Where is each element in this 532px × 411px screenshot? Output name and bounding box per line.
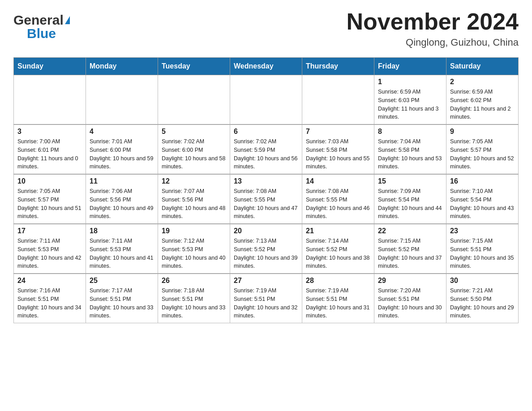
- day-number: 26: [162, 277, 226, 285]
- day-number: 10: [17, 177, 82, 185]
- day-number: 9: [450, 128, 515, 136]
- calendar-day-cell: 20Sunrise: 7:13 AM Sunset: 5:52 PM Dayli…: [230, 224, 302, 274]
- calendar-week-row: 3Sunrise: 7:00 AM Sunset: 6:01 PM Daylig…: [14, 124, 519, 174]
- calendar-day-header: Monday: [86, 58, 158, 75]
- calendar-day-header: Friday: [374, 58, 446, 75]
- calendar-day-cell: 3Sunrise: 7:00 AM Sunset: 6:01 PM Daylig…: [14, 124, 86, 174]
- calendar-day-cell: 29Sunrise: 7:20 AM Sunset: 5:51 PM Dayli…: [374, 274, 446, 323]
- day-number: 25: [90, 277, 154, 285]
- day-info: Sunrise: 7:19 AM Sunset: 5:51 PM Dayligh…: [234, 287, 298, 320]
- day-number: 7: [306, 128, 370, 136]
- day-info: Sunrise: 7:06 AM Sunset: 5:56 PM Dayligh…: [90, 187, 154, 221]
- day-number: 21: [306, 227, 370, 235]
- calendar-header-row: SundayMondayTuesdayWednesdayThursdayFrid…: [14, 58, 519, 75]
- calendar-week-row: 10Sunrise: 7:05 AM Sunset: 5:57 PM Dayli…: [14, 174, 519, 224]
- day-number: 29: [378, 277, 442, 285]
- calendar-day-cell: 26Sunrise: 7:18 AM Sunset: 5:51 PM Dayli…: [158, 274, 230, 323]
- calendar-day-cell: 21Sunrise: 7:14 AM Sunset: 5:52 PM Dayli…: [302, 224, 374, 274]
- day-info: Sunrise: 7:16 AM Sunset: 5:51 PM Dayligh…: [17, 287, 82, 320]
- day-number: 24: [17, 277, 82, 285]
- day-number: 1: [378, 78, 442, 86]
- day-info: Sunrise: 7:02 AM Sunset: 6:00 PM Dayligh…: [162, 137, 226, 171]
- calendar-day-cell: 23Sunrise: 7:15 AM Sunset: 5:51 PM Dayli…: [446, 224, 519, 274]
- day-info: Sunrise: 7:08 AM Sunset: 5:55 PM Dayligh…: [234, 187, 298, 221]
- logo-general-text: General: [13, 13, 64, 27]
- day-info: Sunrise: 7:15 AM Sunset: 5:52 PM Dayligh…: [378, 237, 442, 270]
- logo-blue-text: Blue: [27, 27, 56, 40]
- day-info: Sunrise: 7:12 AM Sunset: 5:53 PM Dayligh…: [162, 237, 226, 270]
- day-info: Sunrise: 7:14 AM Sunset: 5:52 PM Dayligh…: [306, 237, 370, 270]
- calendar-day-cell: 24Sunrise: 7:16 AM Sunset: 5:51 PM Dayli…: [14, 274, 86, 323]
- day-number: 14: [306, 177, 370, 185]
- day-number: 16: [450, 177, 515, 185]
- calendar-day-cell: 25Sunrise: 7:17 AM Sunset: 5:51 PM Dayli…: [86, 274, 158, 323]
- day-info: Sunrise: 6:59 AM Sunset: 6:03 PM Dayligh…: [378, 88, 442, 121]
- day-info: Sunrise: 7:18 AM Sunset: 5:51 PM Dayligh…: [162, 287, 226, 320]
- day-number: 18: [90, 227, 154, 235]
- calendar-day-header: Tuesday: [158, 58, 230, 75]
- day-number: 3: [17, 128, 82, 136]
- calendar-week-row: 1Sunrise: 6:59 AM Sunset: 6:03 PM Daylig…: [14, 75, 519, 125]
- day-info: Sunrise: 7:02 AM Sunset: 5:59 PM Dayligh…: [234, 137, 298, 171]
- calendar-day-cell: 13Sunrise: 7:08 AM Sunset: 5:55 PM Dayli…: [230, 174, 302, 224]
- calendar-day-cell: 11Sunrise: 7:06 AM Sunset: 5:56 PM Dayli…: [86, 174, 158, 224]
- calendar-day-cell: 27Sunrise: 7:19 AM Sunset: 5:51 PM Dayli…: [230, 274, 302, 323]
- calendar-day-cell: 6Sunrise: 7:02 AM Sunset: 5:59 PM Daylig…: [230, 124, 302, 174]
- calendar-day-header: Thursday: [302, 58, 374, 75]
- day-info: Sunrise: 7:05 AM Sunset: 5:57 PM Dayligh…: [17, 187, 82, 221]
- calendar-day-cell: 30Sunrise: 7:21 AM Sunset: 5:50 PM Dayli…: [446, 274, 519, 323]
- day-info: Sunrise: 7:17 AM Sunset: 5:51 PM Dayligh…: [90, 287, 154, 320]
- calendar-day-cell: 15Sunrise: 7:09 AM Sunset: 5:54 PM Dayli…: [374, 174, 446, 224]
- logo: General Blue: [13, 9, 70, 40]
- calendar-day-cell: [86, 75, 158, 125]
- day-number: 5: [162, 128, 226, 136]
- day-info: Sunrise: 7:03 AM Sunset: 5:58 PM Dayligh…: [306, 137, 370, 171]
- day-info: Sunrise: 7:00 AM Sunset: 6:01 PM Dayligh…: [17, 137, 82, 171]
- calendar-day-cell: 7Sunrise: 7:03 AM Sunset: 5:58 PM Daylig…: [302, 124, 374, 174]
- day-info: Sunrise: 7:07 AM Sunset: 5:56 PM Dayligh…: [162, 187, 226, 221]
- day-number: 27: [234, 277, 298, 285]
- calendar-day-cell: [230, 75, 302, 125]
- logo-triangle-icon: [65, 16, 70, 24]
- calendar-week-row: 24Sunrise: 7:16 AM Sunset: 5:51 PM Dayli…: [14, 274, 519, 323]
- day-info: Sunrise: 7:05 AM Sunset: 5:57 PM Dayligh…: [450, 137, 515, 171]
- calendar-day-cell: 1Sunrise: 6:59 AM Sunset: 6:03 PM Daylig…: [374, 75, 446, 125]
- day-info: Sunrise: 7:11 AM Sunset: 5:53 PM Dayligh…: [17, 237, 82, 270]
- day-number: 2: [450, 78, 515, 86]
- calendar-day-cell: 12Sunrise: 7:07 AM Sunset: 5:56 PM Dayli…: [158, 174, 230, 224]
- day-number: 12: [162, 177, 226, 185]
- calendar-day-cell: 4Sunrise: 7:01 AM Sunset: 6:00 PM Daylig…: [86, 124, 158, 174]
- calendar-day-cell: [14, 75, 86, 125]
- calendar-day-cell: 9Sunrise: 7:05 AM Sunset: 5:57 PM Daylig…: [446, 124, 519, 174]
- day-info: Sunrise: 7:09 AM Sunset: 5:54 PM Dayligh…: [378, 187, 442, 221]
- calendar-day-cell: 22Sunrise: 7:15 AM Sunset: 5:52 PM Dayli…: [374, 224, 446, 274]
- day-info: Sunrise: 7:11 AM Sunset: 5:53 PM Dayligh…: [90, 237, 154, 270]
- day-info: Sunrise: 7:10 AM Sunset: 5:54 PM Dayligh…: [450, 187, 515, 221]
- calendar-day-cell: 16Sunrise: 7:10 AM Sunset: 5:54 PM Dayli…: [446, 174, 519, 224]
- day-number: 11: [90, 177, 154, 185]
- calendar-day-cell: 17Sunrise: 7:11 AM Sunset: 5:53 PM Dayli…: [14, 224, 86, 274]
- title-area: November 2024 Qinglong, Guizhou, China: [347, 9, 519, 48]
- location-subtitle: Qinglong, Guizhou, China: [347, 37, 519, 48]
- day-number: 23: [450, 227, 515, 235]
- calendar-week-row: 17Sunrise: 7:11 AM Sunset: 5:53 PM Dayli…: [14, 224, 519, 274]
- day-info: Sunrise: 7:08 AM Sunset: 5:55 PM Dayligh…: [306, 187, 370, 221]
- calendar-day-cell: [302, 75, 374, 125]
- day-number: 6: [234, 128, 298, 136]
- calendar-day-cell: 18Sunrise: 7:11 AM Sunset: 5:53 PM Dayli…: [86, 224, 158, 274]
- calendar-day-cell: 8Sunrise: 7:04 AM Sunset: 5:58 PM Daylig…: [374, 124, 446, 174]
- day-number: 17: [17, 227, 82, 235]
- calendar-day-cell: [158, 75, 230, 125]
- day-number: 4: [90, 128, 154, 136]
- calendar-day-cell: 5Sunrise: 7:02 AM Sunset: 6:00 PM Daylig…: [158, 124, 230, 174]
- day-info: Sunrise: 7:20 AM Sunset: 5:51 PM Dayligh…: [378, 287, 442, 320]
- calendar-day-header: Sunday: [14, 58, 86, 75]
- calendar-day-header: Saturday: [446, 58, 519, 75]
- calendar-day-cell: 19Sunrise: 7:12 AM Sunset: 5:53 PM Dayli…: [158, 224, 230, 274]
- day-info: Sunrise: 6:59 AM Sunset: 6:02 PM Dayligh…: [450, 88, 515, 121]
- day-number: 8: [378, 128, 442, 136]
- calendar-day-cell: 28Sunrise: 7:19 AM Sunset: 5:51 PM Dayli…: [302, 274, 374, 323]
- month-title: November 2024: [347, 9, 519, 34]
- calendar-day-cell: 2Sunrise: 6:59 AM Sunset: 6:02 PM Daylig…: [446, 75, 519, 125]
- day-info: Sunrise: 7:19 AM Sunset: 5:51 PM Dayligh…: [306, 287, 370, 320]
